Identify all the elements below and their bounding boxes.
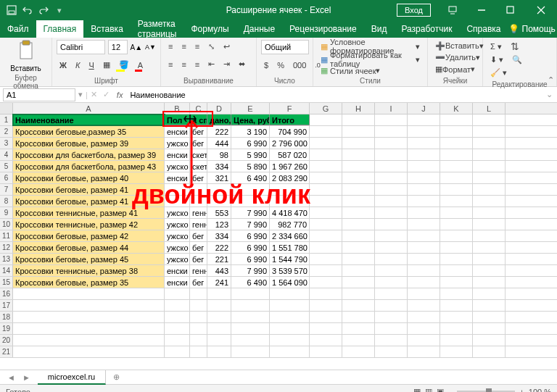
cell[interactable]	[13, 335, 165, 346]
cell[interactable]	[408, 300, 440, 311]
cell[interactable]: 5 990	[231, 149, 270, 160]
row-header[interactable]: 3	[0, 138, 13, 149]
cell[interactable]	[408, 346, 440, 357]
tab-help[interactable]: Справка	[459, 20, 508, 38]
row-header[interactable]: 15	[0, 277, 13, 288]
row-header[interactable]: 18	[0, 312, 13, 322]
cell[interactable]	[440, 219, 473, 230]
fx-icon[interactable]: fx	[112, 91, 128, 99]
cell[interactable]	[440, 346, 473, 357]
cell[interactable]: 2 334 660	[270, 230, 310, 241]
cell[interactable]: Кроссовки для баскетбола, размер 39	[13, 149, 165, 160]
cell[interactable]	[231, 288, 270, 299]
tab-home[interactable]: Главная	[36, 20, 84, 38]
cell[interactable]	[473, 288, 506, 299]
cell[interactable]	[231, 300, 270, 311]
cell[interactable]	[473, 265, 506, 276]
underline-button[interactable]: Ч	[86, 59, 96, 72]
cell[interactable]: 1 551 780	[270, 242, 310, 253]
cell[interactable]	[375, 323, 408, 334]
cell[interactable]	[13, 312, 165, 322]
percent-icon[interactable]: %	[274, 59, 287, 72]
cell[interactable]	[440, 277, 473, 288]
cell[interactable]	[310, 254, 342, 264]
cell[interactable]: Кроссовки беговые, размер 41	[13, 184, 165, 195]
cell[interactable]	[408, 242, 440, 253]
view-break-icon[interactable]: ▣	[437, 387, 444, 392]
cell[interactable]	[13, 288, 165, 299]
align-mid-icon[interactable]: ≡	[178, 40, 189, 53]
cell[interactable]	[440, 230, 473, 241]
cell[interactable]: 221	[207, 254, 231, 264]
row-header[interactable]: 17	[0, 300, 13, 311]
col-header-B[interactable]: B	[165, 103, 190, 114]
cell[interactable]	[473, 172, 506, 183]
cell[interactable]	[473, 114, 506, 125]
cell[interactable]: енски	[165, 265, 190, 276]
cell[interactable]	[473, 346, 506, 357]
zoom-level[interactable]: 100 %	[529, 388, 551, 393]
cell[interactable]	[165, 196, 190, 207]
zoom-out-icon[interactable]: −	[448, 388, 453, 393]
align-right-icon[interactable]: ≡	[192, 58, 202, 71]
cell[interactable]	[375, 335, 408, 346]
cell[interactable]: 553	[207, 207, 231, 218]
cell[interactable]	[408, 265, 440, 276]
bold-button[interactable]: Ж	[57, 59, 70, 72]
currency-icon[interactable]: $	[261, 59, 271, 72]
cell[interactable]: бег	[190, 126, 207, 137]
cell[interactable]	[375, 126, 408, 137]
cell[interactable]	[190, 335, 207, 346]
cell[interactable]: 321	[207, 172, 231, 183]
cell[interactable]: бег	[190, 172, 207, 183]
view-layout-icon[interactable]: ▥	[425, 387, 432, 392]
cell[interactable]	[375, 172, 408, 183]
row-header[interactable]: 20	[0, 335, 13, 346]
insert-cells-button[interactable]: ➕ Вставить ▾	[432, 40, 478, 51]
cell[interactable]	[270, 300, 310, 311]
cell[interactable]: 1 564 090	[270, 277, 310, 288]
cell[interactable]	[231, 312, 270, 322]
cell[interactable]	[473, 254, 506, 264]
minimize-button[interactable]	[467, 0, 496, 20]
cell[interactable]	[310, 161, 342, 172]
cell[interactable]	[375, 288, 408, 299]
cell[interactable]: скет(	[190, 161, 207, 172]
cell[interactable]: 98	[207, 149, 231, 160]
cell[interactable]: 222	[207, 242, 231, 253]
shrink-font-icon[interactable]: A▼	[145, 43, 156, 51]
cell[interactable]	[440, 323, 473, 334]
cell[interactable]	[440, 335, 473, 346]
cell[interactable]	[342, 323, 375, 334]
cell[interactable]	[342, 242, 375, 253]
row-header[interactable]: 2	[0, 126, 13, 137]
cell[interactable]	[408, 312, 440, 322]
cell[interactable]: Кроссовки беговые, размер 45	[13, 254, 165, 264]
col-header-L[interactable]: L	[473, 103, 506, 114]
ribbon-options-icon[interactable]	[438, 0, 467, 20]
clear-icon[interactable]: 🧹 ▾	[487, 66, 510, 79]
autosum-icon[interactable]: Σ ▾	[487, 40, 505, 53]
cell[interactable]	[440, 149, 473, 160]
cell[interactable]	[342, 184, 375, 195]
cell[interactable]	[165, 312, 190, 322]
qat-more-icon[interactable]: ▾	[54, 4, 65, 16]
row-header[interactable]: 10	[0, 219, 13, 230]
cell[interactable]: 6 990	[231, 254, 270, 264]
cell[interactable]	[207, 346, 231, 357]
formula-input[interactable]: Наименование	[127, 91, 542, 99]
cell[interactable]: а спор	[190, 114, 207, 125]
cell[interactable]	[473, 323, 506, 334]
font-name-select[interactable]: Calibri	[57, 40, 105, 54]
cell[interactable]	[473, 242, 506, 253]
row-header[interactable]: 5	[0, 161, 13, 172]
delete-cells-button[interactable]: ➖ Удалить ▾	[432, 51, 478, 63]
cell[interactable]	[375, 242, 408, 253]
row-header[interactable]: 1	[0, 114, 13, 125]
cell[interactable]	[408, 288, 440, 299]
cell[interactable]	[440, 288, 473, 299]
cell[interactable]	[408, 138, 440, 149]
align-left-icon[interactable]: ≡	[165, 58, 176, 71]
cell[interactable]: 334	[207, 230, 231, 241]
comma-icon[interactable]: 000	[290, 59, 309, 72]
